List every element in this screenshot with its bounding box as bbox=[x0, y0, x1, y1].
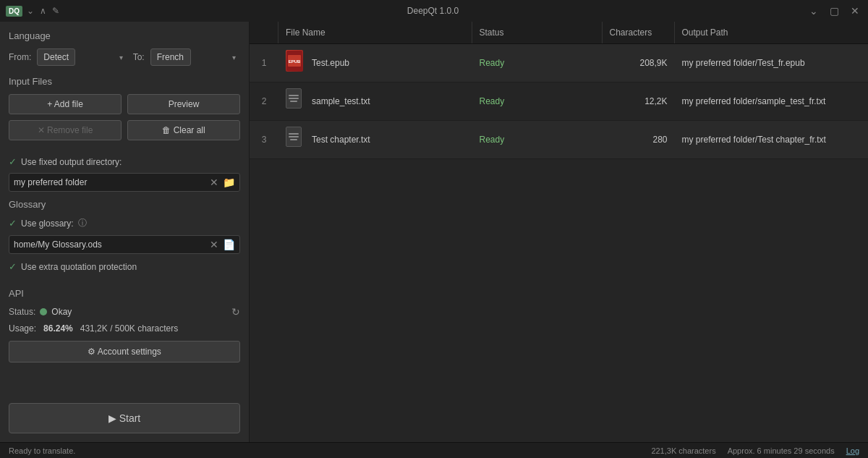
api-refresh-icon[interactable]: ↻ bbox=[231, 306, 240, 318]
open-log-link[interactable]: Log bbox=[846, 446, 859, 455]
close-button[interactable]: ✕ bbox=[848, 5, 862, 17]
col-characters: Characters bbox=[603, 22, 675, 43]
api-usage-percent: 86.24% bbox=[43, 323, 73, 334]
from-select-wrapper: Detect bbox=[37, 48, 127, 66]
from-label: From: bbox=[9, 52, 31, 62]
file-name-cell: EPUB Test.epub bbox=[278, 44, 472, 82]
glossary-path-text: home/My Glossary.ods bbox=[14, 239, 210, 250]
output-path-row: my preferred folder ✕ 📁 bbox=[9, 173, 240, 192]
row-num: 3 bbox=[250, 129, 278, 150]
api-usage-row: Usage: 86.24% 431,2K / 500K characters bbox=[9, 323, 240, 334]
table-body: 1 EPUB Test.epub Ready 208,9 bbox=[250, 44, 868, 442]
output-path-icons: ✕ 📁 bbox=[210, 177, 235, 188]
clear-glossary-icon[interactable]: ✕ bbox=[210, 239, 218, 250]
add-file-button[interactable]: + Add file bbox=[9, 94, 122, 114]
svg-text:EPUB: EPUB bbox=[289, 59, 301, 64]
output-path-cell: my preferred folder/Test chapter_fr.txt bbox=[675, 129, 869, 150]
use-glossary-row: ✓ Use glossary: ⓘ bbox=[9, 217, 240, 229]
language-row: From: Detect To: French bbox=[9, 48, 240, 66]
extra-quotation-label: Use extra quotation protection bbox=[21, 262, 137, 272]
api-status-row: Status: Okay ↻ bbox=[9, 306, 240, 318]
file-name-text: sample_test.txt bbox=[312, 96, 370, 106]
txt-file-icon bbox=[286, 88, 306, 114]
clear-path-icon[interactable]: ✕ bbox=[210, 177, 218, 188]
fixed-output-checkbox-icon[interactable]: ✓ bbox=[9, 156, 17, 167]
table-row[interactable]: 3 Test chapter.txt Ready 280 my preferre… bbox=[250, 121, 868, 159]
input-files-title: Input Files bbox=[9, 76, 240, 87]
time-estimate-text: Approx. 6 minutes 29 seconds bbox=[728, 446, 835, 455]
chars-count-text: 221,3K characters bbox=[651, 446, 715, 455]
preview-button[interactable]: Preview bbox=[127, 94, 240, 114]
file-btn-row-bottom: ✕ Remove file 🗑 Clear all bbox=[9, 120, 240, 140]
use-glossary-checkbox-icon[interactable]: ✓ bbox=[9, 218, 17, 229]
output-path-cell: my preferred folder/sample_test_fr.txt bbox=[675, 90, 869, 112]
api-status-value: Okay bbox=[51, 307, 72, 317]
from-language-select[interactable]: Detect bbox=[37, 48, 75, 66]
epub-file-icon: EPUB bbox=[286, 50, 306, 76]
col-filename: File Name bbox=[278, 22, 472, 43]
start-button[interactable]: ▶ Start bbox=[9, 403, 240, 433]
api-section-title: API bbox=[9, 288, 240, 299]
glossary-path-icons: ✕ 📄 bbox=[210, 239, 235, 250]
fixed-output-dir-section: ✓ Use fixed output directory: my preferr… bbox=[9, 156, 240, 199]
status-cell: Ready bbox=[472, 52, 603, 74]
browse-glossary-icon[interactable]: 📄 bbox=[223, 239, 235, 250]
input-files-section: Input Files + Add file Preview ✕ Remove … bbox=[9, 76, 240, 146]
to-language-select[interactable]: French bbox=[150, 48, 191, 66]
glossary-section: Glossary ✓ Use glossary: ⓘ home/My Gloss… bbox=[9, 199, 240, 278]
characters-cell: 280 bbox=[603, 129, 675, 150]
status-bar-right: 221,3K characters Approx. 6 minutes 29 s… bbox=[651, 446, 859, 455]
fixed-output-checkbox-label: Use fixed output directory: bbox=[21, 157, 122, 167]
language-section-title: Language bbox=[9, 30, 240, 41]
account-settings-button[interactable]: ⚙ Account settings bbox=[9, 341, 240, 362]
characters-cell: 12,2K bbox=[603, 90, 675, 112]
glossary-path-row: home/My Glossary.ods ✕ 📄 bbox=[9, 235, 240, 254]
table-row[interactable]: 2 sample_test.txt Ready 12,2K my preferr… bbox=[250, 82, 868, 121]
row-num: 1 bbox=[250, 52, 278, 74]
api-status-label: Status: bbox=[9, 307, 35, 317]
table-row[interactable]: 1 EPUB Test.epub Ready 208,9 bbox=[250, 44, 868, 82]
start-btn-container: ▶ Start bbox=[9, 396, 240, 433]
use-glossary-label: Use glossary: bbox=[21, 219, 74, 229]
api-usage-label: Usage: bbox=[9, 323, 36, 334]
remove-file-button[interactable]: ✕ Remove file bbox=[9, 120, 122, 140]
minimize-button[interactable]: ⌄ bbox=[807, 5, 821, 17]
browse-path-icon[interactable]: 📁 bbox=[223, 177, 235, 188]
to-select-wrapper: French bbox=[150, 48, 240, 66]
status-bar: Ready to translate. 221,3K characters Ap… bbox=[0, 442, 868, 458]
app-title: DeepQt 1.0.0 bbox=[407, 6, 459, 16]
glossary-info-icon[interactable]: ⓘ bbox=[78, 217, 87, 229]
edit-icon[interactable]: ✎ bbox=[52, 6, 59, 16]
file-btn-row-top: + Add file Preview bbox=[9, 94, 240, 114]
title-bar-left: DQ ⌄ ∧ ✎ bbox=[6, 6, 59, 17]
file-name-text: Test chapter.txt bbox=[312, 135, 370, 145]
api-status-dot bbox=[40, 308, 47, 315]
left-panel: Language From: Detect To: French Input F… bbox=[0, 22, 250, 442]
col-num bbox=[250, 22, 278, 43]
right-panel: File Name Status Characters Output Path … bbox=[250, 22, 868, 442]
to-label: To: bbox=[133, 52, 145, 62]
title-bar: DQ ⌄ ∧ ✎ DeepQt 1.0.0 ⌄ ▢ ✕ bbox=[0, 0, 868, 22]
file-name-cell: sample_test.txt bbox=[278, 82, 472, 120]
status-cell: Ready bbox=[472, 90, 603, 112]
maximize-button[interactable]: ▢ bbox=[827, 5, 842, 17]
extra-quotation-row: ✓ Use extra quotation protection bbox=[9, 261, 240, 272]
extra-quotation-checkbox-icon[interactable]: ✓ bbox=[9, 261, 17, 272]
api-usage-chars: 431,2K / 500K characters bbox=[80, 323, 178, 334]
characters-cell: 208,9K bbox=[603, 52, 675, 74]
file-name-cell: Test chapter.txt bbox=[278, 121, 472, 158]
txt-file-icon-2 bbox=[286, 127, 306, 153]
title-bar-icons: ⌄ ∧ ✎ bbox=[27, 6, 59, 16]
window-controls: ⌄ ▢ ✕ bbox=[807, 5, 862, 17]
status-bar-message: Ready to translate. bbox=[9, 446, 75, 455]
row-num: 2 bbox=[250, 90, 278, 112]
status-cell: Ready bbox=[472, 129, 603, 150]
clear-all-button[interactable]: 🗑 Clear all bbox=[127, 120, 240, 140]
pin-down-icon[interactable]: ⌄ bbox=[27, 6, 34, 16]
col-output: Output Path bbox=[675, 22, 869, 43]
main-content: Language From: Detect To: French Input F… bbox=[0, 22, 868, 442]
output-path-cell: my preferred folder/Test_fr.epub bbox=[675, 52, 869, 74]
app-logo: DQ bbox=[6, 6, 22, 17]
pin-up-icon[interactable]: ∧ bbox=[40, 6, 46, 16]
table-header: File Name Status Characters Output Path bbox=[250, 22, 868, 44]
